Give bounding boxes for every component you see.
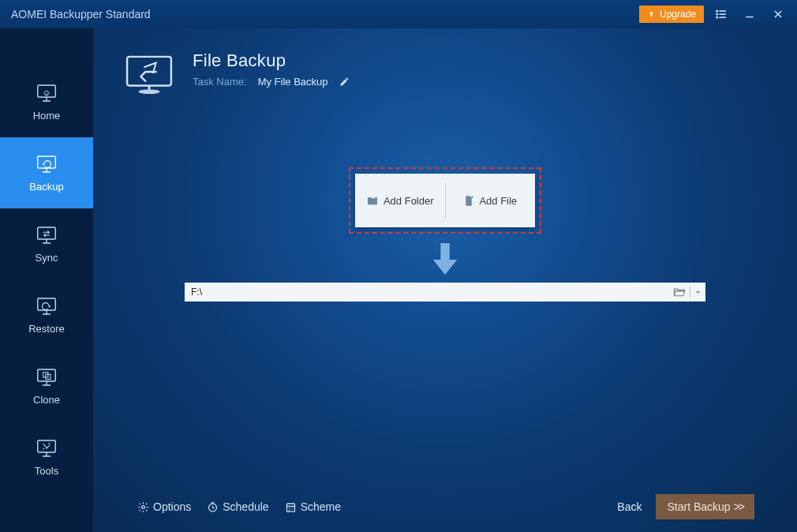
start-backup-button[interactable]: Start Backup >>	[656, 494, 754, 519]
sidebar-item-label: Tools	[35, 465, 58, 477]
sidebar-item-label: Clone	[33, 394, 60, 406]
start-backup-label: Start Backup	[667, 500, 730, 513]
scheme-button[interactable]: Scheme	[279, 497, 347, 516]
options-button[interactable]: Options	[131, 497, 197, 516]
browse-destination-button[interactable]	[672, 287, 687, 297]
minimize-button[interactable]	[739, 3, 761, 25]
page-header: File Backup Task Name: My File Backup	[117, 51, 773, 95]
back-button[interactable]: Back	[606, 496, 653, 518]
destination-dropdown-button[interactable]	[693, 289, 702, 296]
schedule-button[interactable]: Schedule	[200, 497, 275, 516]
folder-add-icon	[366, 195, 379, 206]
app-window: AOMEI Backupper Standard Upgrade Home	[0, 0, 797, 532]
schedule-label: Schedule	[223, 500, 268, 513]
file-add-icon	[463, 195, 474, 207]
tools-monitor-icon	[35, 438, 58, 459]
source-destination-area: Add Folder Add File F:\	[117, 95, 773, 481]
svg-point-4	[717, 13, 718, 15]
sidebar-item-clone[interactable]: Clone	[0, 350, 93, 421]
svg-rect-11	[38, 227, 56, 239]
upgrade-button[interactable]: Upgrade	[639, 6, 704, 23]
pencil-icon	[339, 77, 350, 87]
arrow-down-icon	[430, 240, 460, 278]
restore-monitor-icon	[35, 296, 58, 317]
svg-rect-10	[38, 156, 56, 168]
back-label: Back	[617, 500, 642, 513]
sidebar-item-tools[interactable]: Tools	[0, 421, 93, 493]
clock-icon	[207, 501, 219, 513]
minimize-icon	[744, 9, 755, 20]
add-source-box: Add Folder Add File	[355, 174, 535, 227]
titlebar: AOMEI Backupper Standard Upgrade	[0, 0, 797, 28]
folder-open-icon	[673, 287, 686, 297]
chevron-down-icon	[694, 289, 702, 296]
close-icon	[773, 9, 784, 20]
destination-path-bar[interactable]: F:\	[185, 283, 705, 302]
sidebar: Home Backup Sync	[0, 28, 93, 532]
sidebar-item-backup[interactable]: Backup	[0, 137, 93, 208]
file-backup-share-icon	[122, 54, 177, 95]
close-button[interactable]	[767, 3, 789, 25]
destination-path-value: F:\	[191, 287, 202, 298]
svg-rect-12	[38, 298, 56, 310]
sidebar-item-label: Backup	[29, 181, 63, 193]
svg-point-19	[142, 505, 145, 508]
edit-task-name-button[interactable]	[339, 77, 350, 87]
svg-point-18	[139, 89, 160, 94]
footer-bar: Options Schedule Scheme Back Start Backu…	[117, 481, 773, 532]
add-folder-button[interactable]: Add Folder	[355, 174, 445, 227]
svg-rect-21	[286, 504, 294, 511]
sidebar-item-sync[interactable]: Sync	[0, 208, 93, 279]
svg-point-5	[717, 17, 718, 18]
sidebar-item-restore[interactable]: Restore	[0, 279, 93, 350]
svg-point-3	[717, 10, 718, 12]
upgrade-label: Upgrade	[660, 9, 696, 20]
sidebar-item-label: Sync	[36, 252, 58, 264]
add-file-label: Add File	[479, 195, 517, 207]
svg-rect-16	[38, 440, 56, 452]
sidebar-item-home[interactable]: Home	[0, 66, 93, 137]
add-folder-label: Add Folder	[384, 195, 434, 207]
sync-monitor-icon	[35, 225, 58, 245]
sidebar-item-label: Restore	[28, 323, 65, 335]
page-title: File Backup	[193, 51, 350, 71]
task-name-value: My File Backup	[258, 76, 328, 88]
double-chevron-right-icon: >>	[734, 500, 743, 513]
upgrade-icon	[647, 10, 656, 19]
app-title: AOMEI Backupper Standard	[11, 8, 151, 21]
sidebar-item-label: Home	[33, 110, 61, 122]
clone-monitor-icon	[35, 367, 58, 388]
menu-list-icon	[715, 8, 728, 21]
scheme-label: Scheme	[301, 500, 341, 513]
main-content: File Backup Task Name: My File Backup	[93, 28, 797, 532]
scheme-icon	[285, 501, 297, 513]
task-name-label: Task Name:	[193, 76, 247, 88]
options-label: Options	[153, 500, 191, 513]
gear-icon	[137, 501, 149, 513]
backup-monitor-icon	[35, 154, 58, 174]
menu-button[interactable]	[710, 3, 732, 25]
add-file-button[interactable]: Add File	[446, 174, 536, 227]
home-monitor-icon	[35, 83, 58, 103]
add-source-highlight: Add Folder Add File	[349, 167, 541, 234]
